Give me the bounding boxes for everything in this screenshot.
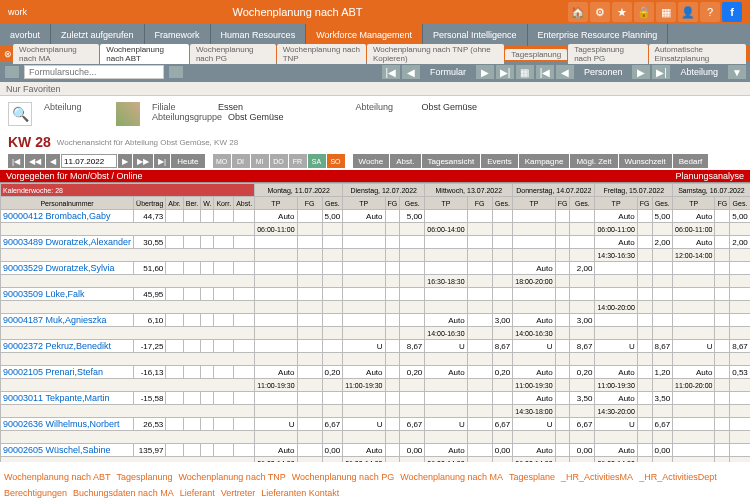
tab[interactable]: Wochenplanung nach ABT <box>100 44 189 64</box>
bottom-link[interactable]: _HR_ActivitiesDept <box>639 472 717 482</box>
search-go-icon[interactable] <box>168 65 184 79</box>
tab[interactable]: Tagesplanung nach PG <box>568 44 647 64</box>
toolbar-button[interactable]: Events <box>481 154 517 168</box>
bottom-link[interactable]: Wochenplanung nach MA <box>400 472 503 482</box>
menu-item[interactable]: Human Resources <box>211 24 307 46</box>
user-icon[interactable]: 👤 <box>678 2 698 22</box>
close-tab-icon[interactable]: ⊗ <box>4 49 12 59</box>
calendar-icon[interactable]: ▦ <box>656 2 676 22</box>
tab[interactable]: Wochenplanung nach TNP (ohne Kopieren) <box>367 44 504 64</box>
nav-prev-icon[interactable]: ◀ <box>402 65 420 79</box>
help-icon[interactable]: ? <box>700 2 720 22</box>
toolbar-button[interactable]: Abst. <box>390 154 420 168</box>
magnifier-icon[interactable]: 🔍 <box>8 102 32 126</box>
menu-item[interactable]: Workforce Management <box>306 24 423 46</box>
toolbar-button[interactable]: Mögl. Zeit <box>570 154 617 168</box>
star-icon[interactable]: ★ <box>612 2 632 22</box>
toolbar-button[interactable]: Tagesansicht <box>422 154 481 168</box>
nav-next-icon[interactable]: ▶ <box>476 65 494 79</box>
date-nav-icon[interactable]: ▶ <box>118 154 132 168</box>
day-button[interactable]: SA <box>308 154 326 168</box>
bottom-link[interactable]: Wochenplanung nach TNP <box>178 472 285 482</box>
tab[interactable]: Wochenplanung nach TNP <box>277 44 366 64</box>
date-input[interactable] <box>61 154 117 168</box>
bottom-link[interactable]: Lieferanten Kontakt <box>261 488 339 498</box>
date-nav-icon[interactable]: ▶| <box>154 154 170 168</box>
bottom-link[interactable]: Buchungsdaten nach MA <box>73 488 174 498</box>
table-row[interactable]: 90002636 Wilhelmus,Norbert26,53U6,67U6,6… <box>1 418 751 431</box>
abteilung-label: Abteilung <box>44 102 104 112</box>
table-subrow[interactable]: 14:30-16:3012:00-14:00 <box>1 249 751 262</box>
menu-item[interactable]: Personal Intelligence <box>423 24 528 46</box>
toolbar-button[interactable]: Wunschzeit <box>619 154 672 168</box>
tab[interactable]: Wochenplanung nach PG <box>190 44 276 64</box>
fav-label[interactable]: Nur Favoriten <box>6 84 61 94</box>
toolbar-button[interactable]: Kampagne <box>519 154 570 168</box>
nav-label-personen: Personen <box>576 67 631 77</box>
bottom-link[interactable]: _HR_ActivitiesMA <box>561 472 633 482</box>
bottom-link[interactable]: Tagesplane <box>509 472 555 482</box>
date-nav-icon[interactable]: |◀ <box>8 154 24 168</box>
table-subrow[interactable]: 14:00-20:00 <box>1 301 751 314</box>
tab[interactable]: Tagesplanung <box>505 49 567 60</box>
table-row[interactable]: 90003011 Tekpante,Martin-15,58Auto3,50Au… <box>1 392 751 405</box>
menu-item[interactable]: Framework <box>145 24 211 46</box>
today-button[interactable]: Heute <box>171 154 204 168</box>
bottom-link[interactable]: Lieferant <box>180 488 215 498</box>
grid-icon[interactable]: ▦ <box>516 65 534 79</box>
home-icon[interactable]: 🏠 <box>568 2 588 22</box>
table-subrow[interactable]: 16:30-18:3018:00-20:00 <box>1 275 751 288</box>
nav-first2-icon[interactable]: |◀ <box>536 65 554 79</box>
table-row[interactable]: 90000412 Brombach,Gaby44,73Auto5,00Auto5… <box>1 210 751 223</box>
abt2-label: Abteilung <box>356 102 416 112</box>
table-row[interactable]: 90003489 Dworatzek,Alexander30,55Auto2,0… <box>1 236 751 249</box>
bottom-link[interactable]: Wochenplanung nach PG <box>292 472 394 482</box>
day-button[interactable]: MI <box>251 154 269 168</box>
day-button[interactable]: SO <box>327 154 345 168</box>
search-menu-icon[interactable] <box>4 65 20 79</box>
table-row[interactable]: 90003529 Dworatzek,Sylvia51,60Auto2,0045… <box>1 262 751 275</box>
table-subrow[interactable]: 06:00-14:3006:00-14:3006:00-14:3006:00-1… <box>1 457 751 463</box>
tab[interactable]: Automatische Einsatzplanung <box>649 44 746 64</box>
menu-item[interactable]: avorbut <box>0 24 51 46</box>
facebook-icon[interactable]: f <box>722 2 742 22</box>
table-subrow[interactable]: 14:00-16:3014:00-16:30 <box>1 327 751 340</box>
day-button[interactable]: DO <box>270 154 288 168</box>
table-subrow[interactable]: 11:00-19:3011:00-19:3011:00-19:3011:00-1… <box>1 379 751 392</box>
table-row[interactable]: 90003509 Lüke,Falk45,9570,9561,509,50-3,… <box>1 288 751 301</box>
date-nav-icon[interactable]: ▶▶ <box>133 154 153 168</box>
bottom-link[interactable]: Wochenplanung nach ABT <box>4 472 110 482</box>
table-subrow[interactable] <box>1 431 751 444</box>
nav-prev2-icon[interactable]: ◀ <box>556 65 574 79</box>
table-subrow[interactable]: 14:30-18:0014:30-20:00 <box>1 405 751 418</box>
lock-icon[interactable]: 🔒 <box>634 2 654 22</box>
day-button[interactable]: FR <box>289 154 307 168</box>
date-nav-icon[interactable]: ◀◀ <box>25 154 45 168</box>
nav-first-icon[interactable]: |◀ <box>382 65 400 79</box>
search-input[interactable] <box>24 65 164 79</box>
tab[interactable]: Wochenplanung nach MA <box>13 44 99 64</box>
nav-last-icon[interactable]: ▶| <box>496 65 514 79</box>
table-row[interactable]: 90002105 Prenari,Stefan-16,13Auto0,20Aut… <box>1 366 751 379</box>
bottom-link[interactable]: Tagesplanung <box>116 472 172 482</box>
table-subrow[interactable] <box>1 353 751 366</box>
table-row[interactable]: 90002605 Wüschel,Sabine135,97Auto0,00Aut… <box>1 444 751 457</box>
day-button[interactable]: DI <box>232 154 250 168</box>
toolbar-button[interactable]: Woche <box>353 154 390 168</box>
day-button[interactable]: MO <box>213 154 231 168</box>
date-nav-icon[interactable]: ◀ <box>46 154 60 168</box>
nav-next2-icon[interactable]: ▶ <box>632 65 650 79</box>
table-row[interactable]: 90002372 Pekruz,Benedikt-17,25U8,67U8,67… <box>1 340 751 353</box>
nav-last2-icon[interactable]: ▶| <box>652 65 670 79</box>
table-subrow[interactable]: 06:00-11:0006:00-14:0006:00-11:0006:00-1… <box>1 223 751 236</box>
gear-icon[interactable]: ⚙ <box>590 2 610 22</box>
redbar-right[interactable]: Planungsanalyse <box>675 171 744 181</box>
menu-item[interactable]: Zuletzt aufgerufen <box>51 24 145 46</box>
bottom-link[interactable]: Vertreter <box>221 488 256 498</box>
nav-dd-icon[interactable]: ▼ <box>728 65 746 79</box>
kw-title: KW 28 <box>8 134 51 150</box>
bottom-link[interactable]: Berechtigungen <box>4 488 67 498</box>
menu-item[interactable]: Enterprise Resource Planning <box>528 24 669 46</box>
toolbar-button[interactable]: Bedarf <box>673 154 709 168</box>
table-row[interactable]: 90004187 Muk,Agnieszka6,10Auto3,00Auto3,… <box>1 314 751 327</box>
